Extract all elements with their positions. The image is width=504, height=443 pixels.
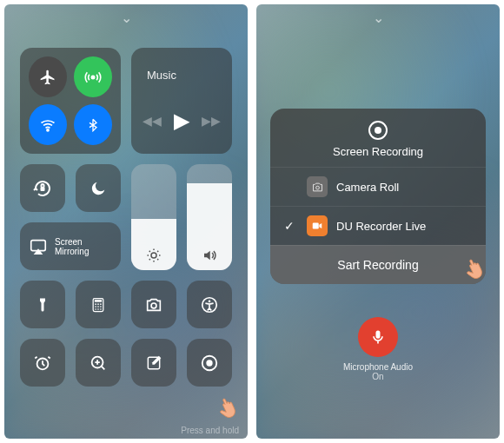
calculator-icon	[90, 296, 107, 314]
chevron-down-icon[interactable]: ⌄	[373, 10, 384, 26]
play-icon[interactable]: ▶	[174, 109, 189, 133]
svg-point-10	[95, 306, 96, 307]
magnifier-button[interactable]	[76, 339, 121, 387]
svg-point-8	[97, 303, 99, 305]
microphone-toggle[interactable]: Microphone Audio On	[343, 317, 413, 381]
notes-button[interactable]	[131, 339, 176, 387]
start-recording-button[interactable]: Sart Recording	[270, 245, 486, 284]
option-label: DU Recorder Live	[336, 220, 426, 233]
alarm-icon	[33, 354, 52, 373]
svg-rect-6	[95, 300, 102, 302]
svg-point-14	[97, 308, 99, 310]
svg-point-24	[315, 186, 319, 189]
mic-state: On	[343, 372, 413, 381]
record-icon	[368, 121, 388, 140]
calculator-button[interactable]	[76, 281, 121, 328]
svg-point-15	[100, 308, 102, 310]
sheet-title: Screen Recording	[270, 145, 486, 158]
screen-recording-sheet-screen: ⌄ Screen Recording Camera Roll ✓ DU Reco…	[256, 4, 500, 439]
press-hold-hint: Press and hold	[181, 426, 239, 435]
prev-track-icon[interactable]: ◀◀	[143, 114, 162, 128]
chevron-down-icon[interactable]: ⌄	[121, 10, 132, 26]
orientation-lock-button[interactable]	[20, 164, 65, 212]
cellular-data-button[interactable]	[74, 56, 112, 97]
svg-point-9	[100, 303, 102, 305]
music-label: Music	[147, 69, 176, 82]
option-camera-roll[interactable]: Camera Roll	[270, 167, 486, 206]
brightness-slider[interactable]	[131, 164, 176, 270]
airplay-icon	[29, 237, 48, 256]
do-not-disturb-button[interactable]	[76, 164, 121, 212]
svg-point-13	[95, 308, 96, 310]
flashlight-button[interactable]	[20, 281, 65, 328]
airplane-icon	[39, 69, 56, 86]
moon-icon	[89, 179, 108, 198]
sheet-header: Screen Recording	[270, 109, 486, 167]
svg-rect-26	[376, 331, 381, 339]
rotation-lock-icon	[32, 178, 53, 199]
pointer-hand-icon	[208, 385, 247, 424]
svg-point-7	[95, 303, 96, 305]
svg-point-18	[209, 300, 211, 302]
compose-icon	[145, 354, 162, 372]
flashlight-icon	[35, 295, 50, 314]
connectivity-group[interactable]	[20, 48, 121, 154]
record-icon	[200, 354, 219, 373]
accessibility-button[interactable]	[187, 281, 232, 328]
wifi-button[interactable]	[29, 104, 67, 145]
accessibility-icon	[200, 295, 219, 314]
control-center-grid: Music ◀◀ ▶ ▶▶ Screen Mirroring	[20, 48, 232, 387]
camera-icon	[144, 295, 163, 314]
svg-point-12	[100, 306, 102, 307]
timer-button[interactable]	[20, 339, 65, 387]
music-widget[interactable]: Music ◀◀ ▶ ▶▶	[131, 48, 232, 154]
du-recorder-icon	[307, 215, 328, 236]
screen-mirroring-label: Screen Mirroring	[55, 237, 89, 256]
checkmark-icon: ✓	[284, 219, 298, 233]
screen-recording-sheet: Screen Recording Camera Roll ✓ DU Record…	[270, 109, 486, 284]
next-track-icon[interactable]: ▶▶	[202, 114, 221, 128]
start-recording-label: Sart Recording	[337, 258, 418, 272]
svg-point-3	[151, 253, 156, 258]
pointer-hand-icon	[454, 246, 486, 284]
bluetooth-button[interactable]	[74, 104, 112, 145]
svg-point-1	[47, 129, 49, 130]
screen-mirroring-button[interactable]: Screen Mirroring	[20, 222, 121, 270]
svg-rect-2	[41, 187, 45, 191]
svg-rect-25	[313, 223, 319, 229]
control-center-screen: ⌄ Music ◀◀ ▶ ▶▶	[4, 4, 248, 439]
volume-slider[interactable]	[187, 164, 232, 270]
magnifier-icon	[89, 354, 108, 373]
camera-button[interactable]	[131, 281, 176, 328]
microphone-icon	[358, 317, 398, 357]
sun-icon	[146, 248, 162, 263]
option-du-recorder[interactable]: ✓ DU Recorder Live	[270, 206, 486, 245]
svg-point-23	[206, 360, 212, 366]
svg-point-0	[91, 76, 94, 78]
airplane-mode-button[interactable]	[29, 56, 67, 97]
screen-recording-button[interactable]	[187, 339, 232, 387]
volume-icon	[202, 248, 217, 263]
camera-roll-icon	[307, 176, 328, 197]
bluetooth-icon	[86, 116, 100, 134]
svg-point-16	[151, 302, 156, 307]
mic-label: Microphone Audio	[343, 362, 413, 372]
option-label: Camera Roll	[336, 181, 399, 194]
wifi-icon	[39, 116, 56, 134]
svg-point-11	[97, 306, 99, 307]
cellular-icon	[84, 69, 102, 86]
